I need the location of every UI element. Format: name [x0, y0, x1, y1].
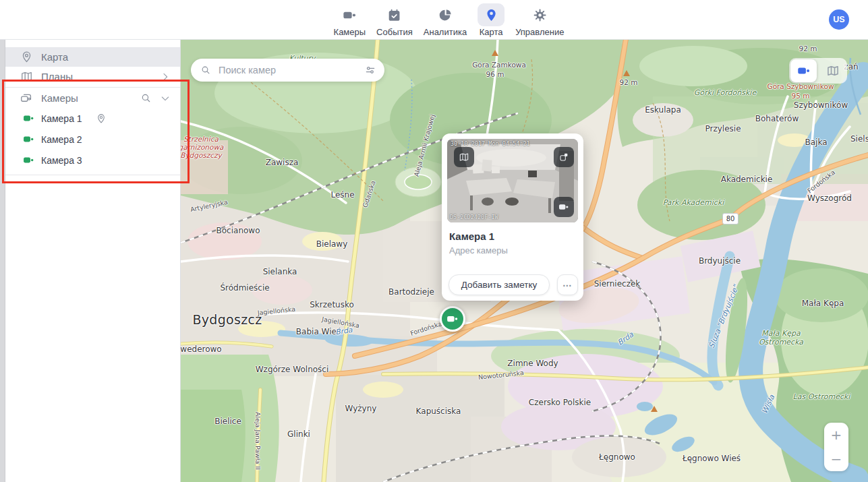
map-label: Bajka — [805, 138, 827, 148]
map-label: Kapuściska — [416, 407, 461, 417]
map-label: Szybowników — [794, 101, 848, 111]
map-label: Wisła — [761, 394, 777, 415]
nav-analytics-label: Аналитика — [424, 27, 467, 37]
map-label: Strzelnica garnizonowa Bydgoszczy — [181, 135, 223, 159]
filter-icon[interactable] — [364, 64, 376, 76]
map-label: Bocianowo — [216, 227, 260, 236]
map-layer-toggle — [789, 58, 847, 84]
map-label: Sielska — [850, 135, 868, 144]
video-camera-icon — [336, 3, 363, 26]
nav-cameras-label: Камеры — [334, 27, 366, 37]
camera-search-bar — [191, 59, 384, 82]
camera-icon — [23, 133, 34, 145]
map-layer-button[interactable] — [819, 59, 846, 82]
zoom-out-button[interactable]: − — [824, 447, 848, 471]
camera-layer-button[interactable] — [790, 59, 817, 82]
nav-events-label: События — [376, 27, 413, 37]
map-label: Bohaterów — [755, 115, 799, 124]
open-in-new-button[interactable] — [554, 147, 574, 167]
sidebar-item-plans[interactable]: Планы — [0, 67, 180, 86]
zoom-in-button[interactable]: + — [824, 423, 848, 447]
camera-name: Камера 3 — [41, 155, 82, 166]
map-label: 92 m — [799, 44, 817, 53]
more-options-button[interactable]: ⋯ — [557, 274, 578, 295]
search-input[interactable] — [217, 64, 364, 76]
camera-name: Камера 1 — [41, 113, 82, 124]
chevron-right-icon[interactable] — [160, 71, 171, 82]
camera-list-item-2[interactable]: Камера 2 — [0, 129, 180, 150]
thumbnail-timestamp: 30-10-2017 Mon 04:54:21 — [451, 140, 530, 147]
map-label: Czersko Polskie — [529, 398, 591, 408]
open-on-plan-button[interactable] — [454, 147, 474, 167]
popup-camera-title: Камера 1 — [449, 231, 494, 242]
map-label: Góra Zamkowa — [472, 61, 526, 69]
add-note-button[interactable]: Добавить заметку — [449, 274, 550, 295]
map-label: Artyleryjska — [190, 199, 229, 214]
camera-list-item-3[interactable]: Камера 3 — [0, 150, 180, 171]
camera-map-marker[interactable] — [440, 306, 465, 332]
map-label: Gdańska — [361, 180, 377, 209]
map-label: 96 m — [486, 70, 504, 78]
map-label: Mała Kępa Ostromecka — [759, 330, 803, 347]
app-window: Камеры События Аналитика Карта — [0, 0, 868, 482]
map-label: Bartodzieje — [388, 288, 434, 297]
popup-camera-address: Адрес камеры — [449, 245, 508, 255]
map-label: Aleja Armii Krajowej — [413, 114, 436, 178]
nav-management[interactable]: Управление — [515, 0, 564, 37]
folded-map-icon — [459, 152, 469, 162]
map-label: Brdyujście — [699, 257, 741, 266]
map-label: Fordońska — [409, 320, 443, 337]
map-label: Fordońska — [806, 169, 836, 195]
camera-type-button[interactable] — [554, 197, 574, 217]
map-label: Glinki — [287, 430, 310, 440]
video-camera-icon — [797, 64, 811, 78]
sidebar-group-cameras-label: Камеры — [41, 92, 78, 104]
folded-map-icon — [20, 70, 33, 83]
map-label: Brda — [335, 326, 353, 337]
thumbnail-watermark: DS-2CD2420F-IW — [450, 214, 498, 220]
pie-chart-icon — [432, 3, 459, 26]
map-label: Śródmieście — [220, 284, 269, 293]
camera-icon — [23, 154, 34, 166]
collapsed-rail — [0, 39, 5, 482]
sidebar-item-map[interactable]: Карта — [0, 47, 180, 67]
location-pin-icon — [20, 51, 33, 63]
folded-map-icon — [826, 64, 840, 78]
chevron-down-icon[interactable] — [160, 93, 171, 104]
gear-icon — [526, 3, 553, 26]
camera-name: Камера 2 — [41, 134, 82, 145]
sidebar: Карта Планы Камеры Камера 1 Камера 2 — [0, 39, 181, 482]
sidebar-item-plans-label: Планы — [41, 71, 73, 82]
map-label: Nowotoruńska — [478, 369, 525, 382]
location-pin-icon — [478, 3, 504, 26]
map-label: Łęgnowo — [599, 453, 635, 462]
map-label: Wzgórze Wolności — [256, 365, 329, 375]
nav-map[interactable]: Карта — [478, 0, 504, 37]
map-label: Górki Fordońskie — [694, 89, 756, 98]
nav-management-label: Управление — [515, 27, 564, 37]
sidebar-group-cameras[interactable]: Камеры — [0, 88, 180, 108]
sidebar-divider — [0, 175, 180, 175]
map-label: Zawisza — [266, 158, 299, 168]
video-camera-icon — [446, 313, 459, 325]
nav-events[interactable]: События — [376, 0, 413, 37]
map-label: Wyszogród — [807, 194, 852, 204]
nav-cameras[interactable]: Камеры — [334, 0, 366, 37]
map-canvas[interactable]: KulturyGóra Zamkowa96 m92 m92 mGóra Szyb… — [181, 39, 868, 482]
camera-icon — [23, 113, 34, 124]
nav-map-label: Карта — [480, 27, 503, 37]
nav-analytics[interactable]: Аналитика — [424, 0, 467, 37]
map-label: Brda — [616, 330, 635, 347]
search-icon[interactable] — [140, 92, 152, 104]
sidebar-divider — [0, 87, 180, 88]
pin-on-map-icon[interactable] — [96, 113, 107, 124]
map-label: Śluza "Brdyujście" — [707, 284, 741, 350]
map-label: Bielawy — [316, 240, 348, 249]
camera-thumbnail[interactable]: 30-10-2017 Mon 04:54:21 DS-2CD2420F-IW — [447, 139, 578, 222]
map-label: Park Akademicki — [663, 199, 724, 208]
camera-list-item-1[interactable]: Камера 1 — [0, 108, 180, 129]
user-avatar[interactable]: US — [829, 9, 849, 30]
road-number-badge: 80 — [722, 213, 739, 224]
map-label: Siernieczek — [594, 280, 641, 289]
map-label: Leśne — [330, 191, 354, 200]
